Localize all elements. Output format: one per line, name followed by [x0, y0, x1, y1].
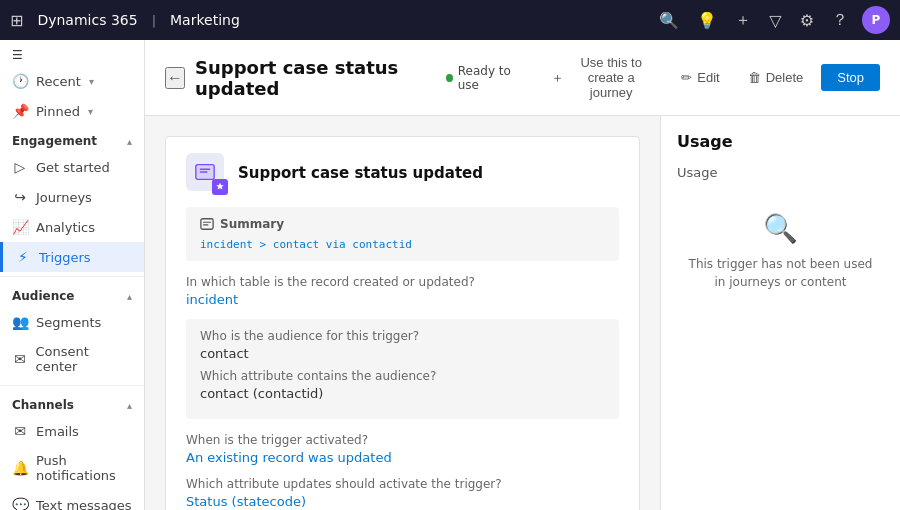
- recent-chevron: ▾: [89, 76, 94, 87]
- attribute-answer: contact (contactid): [200, 386, 605, 401]
- app-logo: Dynamics 365: [37, 12, 137, 28]
- sidebar: ☰ 🕐 Recent ▾ 📌 Pinned ▾ Engagement ▴ ▷ G…: [0, 40, 145, 510]
- consent-icon: ✉: [12, 351, 28, 367]
- recent-icon: 🕐: [12, 73, 28, 89]
- status-text: Ready to use: [458, 64, 521, 92]
- sidebar-item-emails[interactable]: ✉ Emails: [0, 416, 144, 446]
- pinned-chevron: ▾: [88, 106, 93, 117]
- audience-label: Audience: [12, 289, 74, 303]
- back-button[interactable]: ←: [165, 67, 185, 89]
- trigger-header: Support case status updated: [186, 153, 619, 193]
- analytics-label: Analytics: [36, 220, 95, 235]
- activated-question: When is the trigger activated?: [186, 433, 619, 447]
- journeys-label: Journeys: [36, 190, 92, 205]
- use-journey-button[interactable]: ＋ Use this to create a journey: [541, 50, 663, 105]
- get-started-icon: ▷: [12, 159, 28, 175]
- help-icon[interactable]: ？: [832, 10, 848, 31]
- pinned-icon: 📌: [12, 103, 28, 119]
- table-question: In which table is the record created or …: [186, 275, 619, 289]
- sidebar-item-analytics[interactable]: 📈 Analytics: [0, 212, 144, 242]
- status-badge: Ready to use: [446, 64, 521, 92]
- trigger-card: Support case status updated Summary inci…: [165, 136, 640, 510]
- svg-rect-2: [201, 219, 213, 230]
- topbar-divider: |: [152, 13, 156, 28]
- journeys-icon: ↪: [12, 189, 28, 205]
- table-answer: incident: [186, 292, 619, 307]
- updates-answer: Status (statecode): [186, 494, 619, 509]
- edit-icon: ✏: [681, 70, 692, 85]
- sidebar-item-get-started[interactable]: ▷ Get started: [0, 152, 144, 182]
- user-avatar[interactable]: P: [862, 6, 890, 34]
- edit-button[interactable]: ✏ Edit: [671, 65, 729, 90]
- sidebar-item-triggers[interactable]: ⚡ Triggers: [0, 242, 144, 272]
- usage-empty-state: 🔍 This trigger has not been used in jour…: [677, 192, 884, 311]
- audience-answer: contact: [200, 346, 605, 361]
- sidebar-engagement-header[interactable]: Engagement ▴: [0, 126, 144, 152]
- segments-icon: 👥: [12, 314, 28, 330]
- delete-label: Delete: [766, 70, 804, 85]
- usage-empty-text: This trigger has not been used in journe…: [687, 255, 874, 291]
- sidebar-hamburger[interactable]: ☰: [0, 40, 144, 66]
- updates-field: Which attribute updates should activate …: [186, 477, 619, 509]
- text-msg-icon: 💬: [12, 497, 28, 510]
- consent-label: Consent center: [36, 344, 132, 374]
- stop-button[interactable]: Stop: [821, 64, 880, 91]
- attribute-question: Which attribute contains the audience?: [200, 369, 605, 383]
- channels-label: Channels: [12, 398, 74, 412]
- segments-label: Segments: [36, 315, 101, 330]
- text-msg-label: Text messages: [36, 498, 132, 511]
- usage-search-icon: 🔍: [763, 212, 798, 245]
- hamburger-icon[interactable]: ☰: [12, 48, 23, 62]
- sidebar-channels-header[interactable]: Channels ▴: [0, 390, 144, 416]
- usage-panel: Usage Usage 🔍 This trigger has not been …: [660, 116, 900, 510]
- edit-label: Edit: [697, 70, 719, 85]
- sidebar-item-push-notifications[interactable]: 🔔 Push notifications: [0, 446, 144, 490]
- grid-icon[interactable]: ⊞: [10, 11, 23, 30]
- delete-button[interactable]: 🗑 Delete: [738, 65, 814, 90]
- settings-icon[interactable]: ⚙: [800, 11, 814, 30]
- audience-box: Who is the audience for this trigger? co…: [186, 319, 619, 419]
- sidebar-item-journeys[interactable]: ↪ Journeys: [0, 182, 144, 212]
- sidebar-item-text-messages[interactable]: 💬 Text messages: [0, 490, 144, 510]
- content-body: Support case status updated Summary inci…: [145, 116, 900, 510]
- summary-value: incident > contact via contactid: [200, 238, 412, 251]
- delete-icon: 🗑: [748, 70, 761, 85]
- triggers-label: Triggers: [39, 250, 91, 265]
- sidebar-audience-header[interactable]: Audience ▴: [0, 281, 144, 307]
- emails-label: Emails: [36, 424, 79, 439]
- plus-icon: ＋: [551, 69, 564, 87]
- summary-label-text: Summary: [220, 217, 284, 231]
- table-field: In which table is the record created or …: [186, 275, 619, 307]
- trigger-badge-svg: [215, 182, 225, 192]
- sidebar-item-recent[interactable]: 🕐 Recent ▾: [0, 66, 144, 96]
- usage-panel-title: Usage: [677, 132, 884, 151]
- activated-field: When is the trigger activated? An existi…: [186, 433, 619, 465]
- engagement-chevron: ▴: [127, 136, 132, 147]
- header-actions: ＋ Use this to create a journey ✏ Edit 🗑 …: [541, 50, 880, 105]
- sidebar-item-pinned[interactable]: 📌 Pinned ▾: [0, 96, 144, 126]
- filter-icon[interactable]: ▽: [769, 11, 781, 30]
- emails-icon: ✉: [12, 423, 28, 439]
- push-label: Push notifications: [36, 453, 132, 483]
- add-icon[interactable]: ＋: [735, 10, 751, 31]
- pinned-label: Pinned: [36, 104, 80, 119]
- push-icon: 🔔: [12, 460, 28, 476]
- analytics-icon: 📈: [12, 219, 28, 235]
- trigger-icon-wrapper: [186, 153, 226, 193]
- trigger-main: Support case status updated Summary inci…: [145, 116, 660, 510]
- engagement-label: Engagement: [12, 134, 97, 148]
- lightbulb-icon[interactable]: 💡: [697, 11, 717, 30]
- summary-icon: [200, 217, 214, 231]
- activated-answer: An existing record was updated: [186, 450, 619, 465]
- use-journey-label: Use this to create a journey: [569, 55, 653, 100]
- sidebar-item-consent-center[interactable]: ✉ Consent center: [0, 337, 144, 381]
- trigger-card-title: Support case status updated: [238, 164, 483, 182]
- content-area: ← Support case status updated Ready to u…: [145, 40, 900, 510]
- recent-label: Recent: [36, 74, 81, 89]
- search-icon[interactable]: 🔍: [659, 11, 679, 30]
- audience-chevron: ▴: [127, 291, 132, 302]
- sidebar-item-segments[interactable]: 👥 Segments: [0, 307, 144, 337]
- app-name: Dynamics 365: [37, 12, 137, 28]
- summary-label: Summary: [200, 217, 605, 231]
- updates-question: Which attribute updates should activate …: [186, 477, 619, 491]
